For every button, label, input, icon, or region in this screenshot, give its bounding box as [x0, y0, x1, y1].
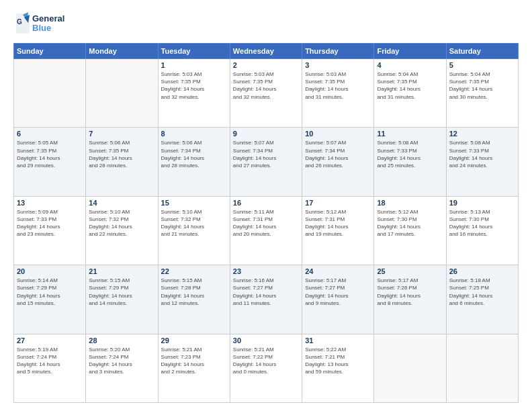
day-info: Sunrise: 5:07 AM Sunset: 7:34 PM Dayligh… [233, 139, 299, 169]
day-number: 7 [89, 130, 154, 138]
weekday-header-row: SundayMondayTuesdayWednesdayThursdayFrid… [14, 44, 519, 59]
day-info: Sunrise: 5:20 AM Sunset: 7:24 PM Dayligh… [89, 346, 154, 376]
calendar-cell: 13Sunrise: 5:09 AM Sunset: 7:33 PM Dayli… [14, 196, 86, 265]
calendar-cell: 31Sunrise: 5:22 AM Sunset: 7:21 PM Dayli… [302, 334, 374, 402]
calendar-cell: 19Sunrise: 5:13 AM Sunset: 7:30 PM Dayli… [446, 196, 518, 265]
logo-svg: General Blue G [13, 11, 74, 36]
day-info: Sunrise: 5:04 AM Sunset: 7:35 PM Dayligh… [377, 71, 443, 101]
calendar-table: SundayMondayTuesdayWednesdayThursdayFrid… [13, 43, 519, 403]
weekday-header-sunday: Sunday [14, 44, 86, 59]
day-info: Sunrise: 5:03 AM Sunset: 7:35 PM Dayligh… [233, 71, 299, 101]
day-info: Sunrise: 5:14 AM Sunset: 7:29 PM Dayligh… [17, 277, 83, 307]
day-info: Sunrise: 5:11 AM Sunset: 7:31 PM Dayligh… [233, 208, 299, 238]
day-number: 4 [377, 61, 443, 69]
calendar-cell: 20Sunrise: 5:14 AM Sunset: 7:29 PM Dayli… [14, 265, 86, 334]
calendar-cell: 27Sunrise: 5:19 AM Sunset: 7:24 PM Dayli… [14, 334, 86, 402]
calendar-cell: 28Sunrise: 5:20 AM Sunset: 7:24 PM Dayli… [86, 334, 158, 402]
day-number: 20 [17, 267, 83, 275]
day-info: Sunrise: 5:04 AM Sunset: 7:35 PM Dayligh… [449, 71, 515, 101]
day-number: 17 [305, 199, 371, 207]
calendar-week-row: 6Sunrise: 5:05 AM Sunset: 7:35 PM Daylig… [14, 128, 519, 196]
day-number: 28 [89, 336, 154, 345]
day-info: Sunrise: 5:19 AM Sunset: 7:24 PM Dayligh… [17, 346, 83, 376]
svg-text:Blue: Blue [32, 23, 51, 33]
calendar-week-row: 20Sunrise: 5:14 AM Sunset: 7:29 PM Dayli… [14, 265, 519, 334]
day-info: Sunrise: 5:06 AM Sunset: 7:35 PM Dayligh… [89, 139, 154, 169]
day-number: 30 [233, 336, 299, 345]
day-info: Sunrise: 5:13 AM Sunset: 7:30 PM Dayligh… [449, 208, 515, 238]
calendar-cell [374, 334, 446, 402]
day-info: Sunrise: 5:17 AM Sunset: 7:27 PM Dayligh… [305, 277, 371, 307]
day-info: Sunrise: 5:15 AM Sunset: 7:29 PM Dayligh… [89, 277, 154, 307]
calendar-cell: 24Sunrise: 5:17 AM Sunset: 7:27 PM Dayli… [302, 265, 374, 334]
day-number: 13 [17, 199, 83, 207]
day-info: Sunrise: 5:08 AM Sunset: 7:33 PM Dayligh… [377, 139, 443, 169]
calendar-cell: 5Sunrise: 5:04 AM Sunset: 7:35 PM Daylig… [446, 59, 518, 128]
weekday-header-monday: Monday [86, 44, 158, 59]
calendar-cell: 23Sunrise: 5:16 AM Sunset: 7:27 PM Dayli… [230, 265, 302, 334]
day-number: 10 [305, 130, 371, 138]
day-info: Sunrise: 5:10 AM Sunset: 7:32 PM Dayligh… [89, 208, 154, 238]
day-info: Sunrise: 5:06 AM Sunset: 7:34 PM Dayligh… [161, 139, 227, 169]
weekday-header-wednesday: Wednesday [230, 44, 302, 59]
day-number: 11 [377, 130, 443, 138]
day-number: 5 [449, 61, 515, 69]
day-number: 12 [449, 130, 515, 138]
day-number: 26 [449, 267, 515, 275]
weekday-header-friday: Friday [374, 44, 446, 59]
calendar-cell: 16Sunrise: 5:11 AM Sunset: 7:31 PM Dayli… [230, 196, 302, 265]
calendar-cell [86, 59, 158, 128]
day-number: 8 [161, 130, 227, 138]
day-number: 9 [233, 130, 299, 138]
day-number: 24 [305, 267, 371, 275]
day-info: Sunrise: 5:03 AM Sunset: 7:35 PM Dayligh… [305, 71, 371, 101]
calendar-cell: 8Sunrise: 5:06 AM Sunset: 7:34 PM Daylig… [158, 128, 230, 196]
calendar-cell: 14Sunrise: 5:10 AM Sunset: 7:32 PM Dayli… [86, 196, 158, 265]
day-info: Sunrise: 5:09 AM Sunset: 7:33 PM Dayligh… [17, 208, 83, 238]
calendar-page: General Blue G SundayMondayTuesdayWednes… [0, 0, 532, 411]
weekday-header-thursday: Thursday [302, 44, 374, 59]
day-info: Sunrise: 5:16 AM Sunset: 7:27 PM Dayligh… [233, 277, 299, 307]
day-number: 3 [305, 61, 371, 69]
day-number: 19 [449, 199, 515, 207]
day-number: 18 [377, 199, 443, 207]
day-number: 23 [233, 267, 299, 275]
calendar-cell: 29Sunrise: 5:21 AM Sunset: 7:23 PM Dayli… [158, 334, 230, 402]
calendar-cell: 21Sunrise: 5:15 AM Sunset: 7:29 PM Dayli… [86, 265, 158, 334]
calendar-week-row: 13Sunrise: 5:09 AM Sunset: 7:33 PM Dayli… [14, 196, 519, 265]
calendar-cell: 12Sunrise: 5:08 AM Sunset: 7:33 PM Dayli… [446, 128, 518, 196]
calendar-cell: 22Sunrise: 5:15 AM Sunset: 7:28 PM Dayli… [158, 265, 230, 334]
day-info: Sunrise: 5:07 AM Sunset: 7:34 PM Dayligh… [305, 139, 371, 169]
header: General Blue G [13, 11, 519, 36]
svg-text:G: G [17, 18, 22, 26]
day-number: 1 [161, 61, 227, 69]
calendar-cell: 15Sunrise: 5:10 AM Sunset: 7:32 PM Dayli… [158, 196, 230, 265]
day-info: Sunrise: 5:21 AM Sunset: 7:23 PM Dayligh… [161, 346, 227, 376]
day-info: Sunrise: 5:15 AM Sunset: 7:28 PM Dayligh… [161, 277, 227, 307]
day-info: Sunrise: 5:21 AM Sunset: 7:22 PM Dayligh… [233, 346, 299, 376]
calendar-cell: 3Sunrise: 5:03 AM Sunset: 7:35 PM Daylig… [302, 59, 374, 128]
calendar-cell: 30Sunrise: 5:21 AM Sunset: 7:22 PM Dayli… [230, 334, 302, 402]
day-number: 15 [161, 199, 227, 207]
day-number: 2 [233, 61, 299, 69]
day-info: Sunrise: 5:17 AM Sunset: 7:26 PM Dayligh… [377, 277, 443, 307]
day-info: Sunrise: 5:03 AM Sunset: 7:35 PM Dayligh… [161, 71, 227, 101]
calendar-cell: 2Sunrise: 5:03 AM Sunset: 7:35 PM Daylig… [230, 59, 302, 128]
day-number: 27 [17, 336, 83, 345]
day-number: 31 [305, 336, 371, 345]
day-info: Sunrise: 5:12 AM Sunset: 7:31 PM Dayligh… [305, 208, 371, 238]
day-info: Sunrise: 5:08 AM Sunset: 7:33 PM Dayligh… [449, 139, 515, 169]
day-info: Sunrise: 5:22 AM Sunset: 7:21 PM Dayligh… [305, 346, 371, 376]
day-number: 25 [377, 267, 443, 275]
weekday-header-tuesday: Tuesday [158, 44, 230, 59]
calendar-cell: 17Sunrise: 5:12 AM Sunset: 7:31 PM Dayli… [302, 196, 374, 265]
day-number: 21 [89, 267, 154, 275]
calendar-cell: 9Sunrise: 5:07 AM Sunset: 7:34 PM Daylig… [230, 128, 302, 196]
logo: General Blue G [13, 11, 74, 36]
calendar-cell: 4Sunrise: 5:04 AM Sunset: 7:35 PM Daylig… [374, 59, 446, 128]
day-info: Sunrise: 5:18 AM Sunset: 7:25 PM Dayligh… [449, 277, 515, 307]
calendar-cell [446, 334, 518, 402]
day-number: 16 [233, 199, 299, 207]
day-number: 14 [89, 199, 154, 207]
calendar-cell: 6Sunrise: 5:05 AM Sunset: 7:35 PM Daylig… [14, 128, 86, 196]
